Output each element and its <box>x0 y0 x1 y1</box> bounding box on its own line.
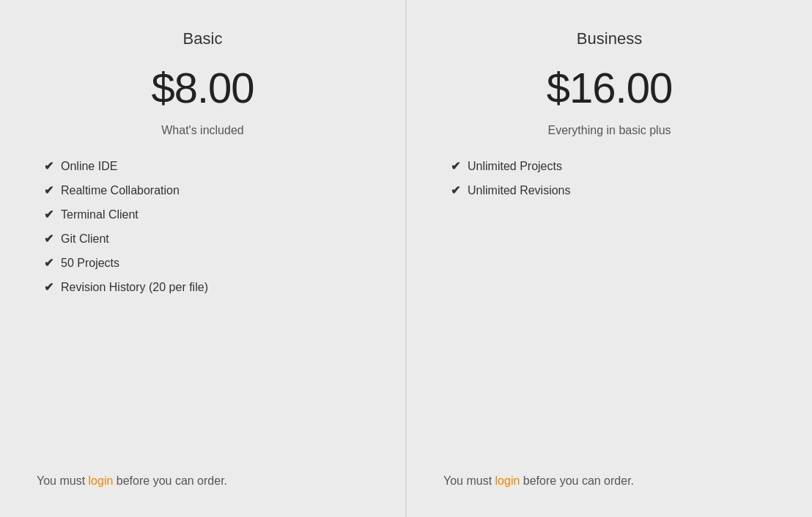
checkmark-icon: ✔ <box>44 183 53 197</box>
plan-price-business: $16.00 <box>443 63 775 112</box>
list-item: ✔Realtime Collaboration <box>44 183 369 197</box>
login-link-basic[interactable]: login <box>89 474 114 487</box>
plan-price-basic: $8.00 <box>37 63 369 112</box>
list-item: ✔Git Client <box>44 232 369 246</box>
checkmark-icon: ✔ <box>44 159 53 173</box>
checkmark-icon: ✔ <box>451 183 460 197</box>
list-item: ✔Terminal Client <box>44 208 369 221</box>
list-item: ✔Revision History (20 per file) <box>44 280 369 294</box>
feature-label: Revision History (20 per file) <box>61 281 208 294</box>
feature-label: Git Client <box>61 232 109 246</box>
plan-subtitle-business: Everything in basic plus <box>443 124 775 137</box>
checkmark-icon: ✔ <box>44 208 53 221</box>
feature-label: Unlimited Projects <box>468 160 562 173</box>
order-message-business: You must login before you can order. <box>443 474 775 488</box>
checkmark-icon: ✔ <box>451 159 460 173</box>
list-item: ✔Online IDE <box>44 159 369 173</box>
feature-label: Terminal Client <box>61 208 139 221</box>
list-item: ✔50 Projects <box>44 256 369 270</box>
feature-label: Realtime Collaboration <box>61 184 180 197</box>
pricing-card-basic: Basic$8.00What's included✔Online IDE✔Rea… <box>0 0 407 517</box>
order-message-basic: You must login before you can order. <box>37 474 369 488</box>
features-list-business: ✔Unlimited Projects✔Unlimited Revisions <box>443 159 775 208</box>
plan-subtitle-basic: What's included <box>37 124 369 137</box>
checkmark-icon: ✔ <box>44 280 53 294</box>
list-item: ✔Unlimited Revisions <box>451 183 775 197</box>
plan-name-basic: Basic <box>37 29 369 48</box>
pricing-container: Basic$8.00What's included✔Online IDE✔Rea… <box>0 0 812 517</box>
feature-label: Unlimited Revisions <box>468 184 571 197</box>
feature-label: Online IDE <box>61 160 117 173</box>
login-link-business[interactable]: login <box>495 474 520 487</box>
list-item: ✔Unlimited Projects <box>451 159 775 173</box>
checkmark-icon: ✔ <box>44 232 53 246</box>
plan-name-business: Business <box>443 29 775 48</box>
pricing-card-business: Business$16.00Everything in basic plus✔U… <box>407 0 812 517</box>
features-list-basic: ✔Online IDE✔Realtime Collaboration✔Termi… <box>37 159 369 304</box>
checkmark-icon: ✔ <box>44 256 53 270</box>
feature-label: 50 Projects <box>61 257 119 270</box>
